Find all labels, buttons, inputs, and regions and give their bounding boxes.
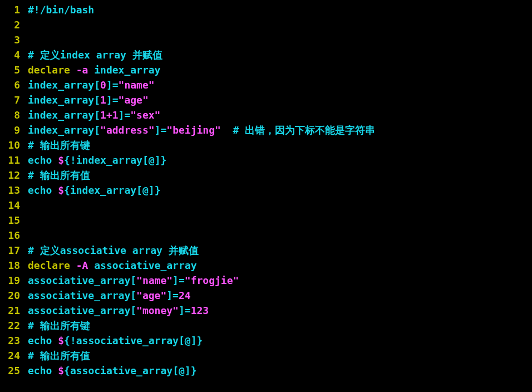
code-content[interactable]: index_array[1+1]="sex" — [28, 107, 532, 122]
token: echo — [28, 184, 52, 196]
token: # 输出所有值 — [28, 169, 90, 181]
token: } — [160, 154, 166, 166]
code-content[interactable]: # 输出所有值 — [28, 168, 532, 183]
token: = — [185, 305, 191, 316]
token: "frogjie" — [185, 275, 239, 286]
line-number: 17 — [0, 243, 28, 258]
code-line[interactable]: 5declare -a index_array — [0, 62, 532, 77]
line-number: 10 — [0, 138, 28, 153]
code-content[interactable]: echo ${!index_array[@]} — [28, 153, 532, 168]
code-content[interactable]: index_array[0]="name" — [28, 77, 532, 92]
code-line[interactable]: 21associative_array["money"]=123 — [0, 303, 532, 318]
token: "age" — [136, 290, 166, 301]
token — [88, 64, 94, 76]
code-content[interactable]: associative_array["money"]=123 — [28, 303, 532, 318]
token: "name" — [136, 275, 173, 286]
code-content[interactable]: index_array["address"]="beijing" # 出错，因为… — [28, 122, 532, 138]
code-line[interactable]: 10# 输出所有键 — [0, 138, 532, 153]
token — [70, 259, 76, 271]
token: ] — [106, 94, 112, 106]
token: associative_array — [94, 259, 196, 271]
token: $ — [58, 365, 64, 376]
code-line[interactable]: 17# 定义associative array 并赋值 — [0, 243, 532, 258]
code-content[interactable] — [28, 17, 532, 32]
token: associative_array — [70, 365, 173, 376]
token: "beijing" — [166, 124, 221, 136]
token: $ — [58, 154, 64, 166]
token: # 定义associative array 并赋值 — [28, 244, 199, 256]
code-line[interactable]: 24# 输出所有值 — [0, 348, 532, 363]
token: ] — [149, 184, 155, 196]
code-editor[interactable]: 1#!/bin/bash234# 定义index array 并赋值5decla… — [0, 2, 532, 378]
token: associative_array — [28, 290, 130, 301]
code-content[interactable]: # 定义index array 并赋值 — [28, 47, 532, 62]
code-content[interactable] — [28, 198, 532, 213]
code-line[interactable]: 11echo ${!index_array[@]} — [0, 153, 532, 168]
token: echo — [28, 335, 52, 346]
code-line[interactable]: 16 — [0, 228, 532, 243]
token: associative_array — [28, 305, 130, 316]
token: # 定义index array 并赋值 — [28, 49, 162, 61]
code-content[interactable] — [28, 228, 532, 243]
code-content[interactable]: associative_array["name"]="frogjie" — [28, 273, 532, 288]
code-line[interactable]: 23echo ${!associative_array[@]} — [0, 333, 532, 348]
line-number: 5 — [0, 62, 28, 77]
token: 123 — [191, 305, 209, 316]
token: [ — [94, 79, 100, 91]
token: [ — [94, 94, 100, 106]
line-number: 14 — [0, 198, 28, 213]
code-line[interactable]: 18declare -A associative_array — [0, 258, 532, 273]
code-content[interactable]: # 输出所有值 — [28, 348, 532, 363]
code-line[interactable]: 14 — [0, 198, 532, 213]
code-content[interactable]: declare -a index_array — [28, 62, 532, 77]
code-line[interactable]: 20associative_array["age"]=24 — [0, 288, 532, 303]
token: ] — [191, 335, 197, 346]
token: ] — [173, 275, 179, 286]
code-line[interactable]: 6index_array[0]="name" — [0, 77, 532, 92]
code-line[interactable]: 25echo ${associative_array[@]} — [0, 363, 532, 378]
code-line[interactable]: 19associative_array["name"]="frogjie" — [0, 273, 532, 288]
code-line[interactable]: 9index_array["address"]="beijing" # 出错，因… — [0, 122, 532, 138]
code-content[interactable]: echo ${index_array[@]} — [28, 183, 532, 198]
code-line[interactable]: 4# 定义index array 并赋值 — [0, 47, 532, 62]
code-line[interactable]: 3 — [0, 32, 532, 47]
code-content[interactable]: # 输出所有键 — [28, 318, 532, 333]
token: # 输出所有键 — [28, 139, 90, 151]
code-content[interactable]: echo ${associative_array[@]} — [28, 363, 532, 378]
code-content[interactable]: associative_array["age"]=24 — [28, 288, 532, 303]
code-content[interactable]: echo ${!associative_array[@]} — [28, 333, 532, 348]
line-number: 11 — [0, 153, 28, 168]
token: @ — [185, 335, 191, 346]
token: = — [112, 79, 119, 91]
code-line[interactable]: 22# 输出所有键 — [0, 318, 532, 333]
token: ] — [166, 290, 173, 301]
code-line[interactable]: 1#!/bin/bash — [0, 2, 532, 17]
line-number: 25 — [0, 363, 28, 378]
code-content[interactable]: #!/bin/bash — [28, 2, 532, 17]
token: [ — [173, 365, 179, 376]
token: "money" — [136, 305, 179, 316]
token: [ — [94, 124, 100, 136]
token: { — [64, 154, 70, 166]
code-content[interactable]: index_array[1]="age" — [28, 92, 532, 107]
code-content[interactable]: # 输出所有键 — [28, 138, 532, 153]
token: $ — [58, 184, 64, 196]
code-line[interactable]: 8index_array[1+1]="sex" — [0, 107, 532, 122]
token: 1 — [100, 94, 106, 106]
token: = — [124, 109, 130, 121]
code-line[interactable]: 12# 输出所有值 — [0, 168, 532, 183]
code-content[interactable] — [28, 32, 532, 47]
line-number: 16 — [0, 228, 28, 243]
code-content[interactable]: # 定义associative array 并赋值 — [28, 243, 532, 258]
code-content[interactable] — [28, 213, 532, 228]
code-line[interactable]: 2 — [0, 17, 532, 32]
code-content[interactable]: declare -A associative_array — [28, 258, 532, 273]
code-line[interactable]: 15 — [0, 213, 532, 228]
code-line[interactable]: 13echo ${index_array[@]} — [0, 183, 532, 198]
token — [52, 365, 58, 376]
token: ] — [179, 305, 185, 316]
line-number: 21 — [0, 303, 28, 318]
token: = — [173, 290, 179, 301]
code-line[interactable]: 7index_array[1]="age" — [0, 92, 532, 107]
line-number: 18 — [0, 258, 28, 273]
